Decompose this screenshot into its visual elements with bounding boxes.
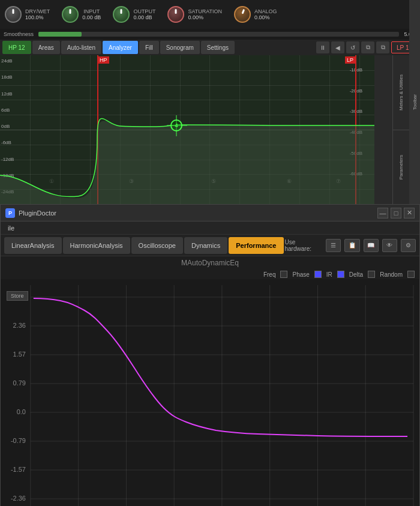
tab-hp12[interactable]: HP 12: [2, 41, 31, 54]
phase-label: Phase: [292, 271, 309, 278]
tab-performance[interactable]: Performance: [229, 237, 283, 254]
close-button[interactable]: ✕: [404, 208, 415, 218]
back-button[interactable]: ◀: [331, 41, 344, 53]
svg-text:-1.57: -1.57: [11, 466, 26, 473]
parameters-panel[interactable]: Parameters: [392, 130, 409, 205]
svg-text:0.79: 0.79: [13, 379, 26, 387]
tab-dynamics[interactable]: Dynamics: [184, 237, 227, 254]
paste-button[interactable]: ⧉: [376, 41, 389, 53]
right-toolbar: Toolbar: [409, 0, 420, 204]
saturation-value: 0.00%: [188, 14, 222, 20]
eq-node-5[interactable]: ⑤: [211, 178, 216, 184]
svg-text:1.57: 1.57: [13, 351, 26, 358]
menu-bar: ile: [1, 221, 419, 235]
analysis-tabs-bar: LinearAnalysis HarmonicAnalysis Oscillos…: [1, 235, 419, 256]
hw-btn-4[interactable]: 👁: [382, 239, 397, 252]
meters-utilities-panel[interactable]: Meters & Utilities: [392, 55, 409, 130]
svg-text:2.36: 2.36: [13, 322, 26, 329]
dry-wet-label: DRY/WET: [25, 8, 50, 14]
saturation-group: SATURATION 0.00%: [167, 6, 222, 23]
freq-label: Freq: [263, 271, 276, 278]
dry-wet-group: DRY/WET 100.0%: [5, 6, 50, 23]
analysis-toolbar-right: Use hardware: ☰ 📋 📖 👁 ⚙: [285, 239, 416, 252]
ir-label: IR: [326, 271, 332, 278]
random-checkbox[interactable]: [407, 271, 415, 278]
minimize-button[interactable]: —: [377, 208, 388, 218]
pause-button[interactable]: ⏸: [316, 41, 329, 53]
tab-sonogram[interactable]: Sonogram: [160, 41, 200, 54]
random-label: Random: [380, 271, 403, 278]
output-value: 0.00 dB: [133, 14, 155, 20]
delta-checkbox[interactable]: [368, 271, 375, 278]
output-group: OUTPUT 0.00 dB: [113, 6, 155, 23]
toolbar-label: Toolbar: [412, 94, 418, 110]
knob-bar: DRY/WET 100.0% INPUT 0.00 dB OUTPUT 0.00…: [0, 0, 420, 29]
meters-utilities-label: Meters & Utilities: [398, 74, 404, 110]
saturation-label: SATURATION: [188, 8, 222, 14]
eq-tabs: HP 12 Areas Auto-listen Analyzer Fill So…: [0, 40, 420, 55]
copy-button[interactable]: ⧉: [361, 41, 374, 53]
analog-value: 0.00%: [254, 14, 277, 20]
input-value: 0.00 dB: [82, 14, 101, 20]
reset-button[interactable]: ↺: [346, 41, 359, 53]
use-hardware-label: Use hardware:: [285, 239, 323, 252]
tab-fill[interactable]: Fill: [139, 41, 159, 54]
tab-harmonic-analysis[interactable]: HarmonicAnalysis: [63, 237, 130, 254]
hw-btn-1[interactable]: ☰: [326, 239, 341, 252]
window-titlebar: P PluginDoctor — □ ✕: [1, 205, 419, 221]
eq-node-4[interactable]: 4: [170, 119, 182, 131]
eq-node-7[interactable]: ⑦: [336, 178, 341, 184]
right-panels: Meters & Utilities Parameters: [392, 55, 409, 204]
svg-text:0.0: 0.0: [17, 408, 26, 415]
input-label: INPUT: [82, 8, 101, 14]
input-group: INPUT 0.00 dB: [62, 6, 101, 23]
top-plugin: DRY/WET 100.0% INPUT 0.00 dB OUTPUT 0.00…: [0, 0, 420, 204]
window-icon: P: [5, 208, 15, 218]
saturation-knob[interactable]: [167, 6, 184, 23]
dry-wet-value: 100.0%: [25, 14, 50, 20]
tab-linear-analysis[interactable]: LinearAnalysis: [4, 237, 62, 254]
eq-canvas[interactable]: 24dB 18dB 12dB 6dB 0dB -6dB -12dB -18dB …: [0, 55, 374, 204]
tab-analyzer[interactable]: Analyzer: [103, 41, 138, 54]
phase-checkbox[interactable]: [314, 271, 322, 278]
tab-oscilloscope[interactable]: Oscilloscope: [131, 237, 183, 254]
freq-checkbox[interactable]: [280, 271, 287, 278]
options-row: Freq Phase IR Delta Random: [1, 270, 419, 279]
window-title: PluginDoctor: [19, 209, 377, 217]
hw-btn-2[interactable]: 📋: [344, 239, 359, 252]
maximize-button[interactable]: □: [391, 208, 401, 218]
svg-text:-2.36: -2.36: [11, 495, 26, 502]
smoothness-fill: [38, 32, 82, 37]
eq-curve: [0, 55, 374, 204]
smoothness-bar[interactable]: Smoothness 5.0%: [0, 29, 420, 40]
plugin-doctor-window: P PluginDoctor — □ ✕ ile LinearAnalysis …: [0, 204, 420, 506]
dry-wet-knob[interactable]: [5, 6, 22, 23]
eq-node-3[interactable]: ③: [129, 178, 134, 184]
analog-knob[interactable]: [234, 6, 251, 23]
smoothness-label: Smoothness: [4, 31, 34, 37]
ir-checkbox[interactable]: [337, 271, 344, 278]
hw-btn-5[interactable]: ⚙: [401, 239, 416, 252]
tab-areas[interactable]: Areas: [32, 41, 60, 54]
tab-autolisten[interactable]: Auto-listen: [61, 41, 101, 54]
smoothness-track[interactable]: [38, 32, 399, 37]
analog-group: ANALOG 0.00%: [234, 6, 277, 23]
store-button[interactable]: Store: [7, 291, 28, 301]
input-knob[interactable]: [62, 6, 79, 23]
output-knob[interactable]: [113, 6, 130, 23]
eq-node-6[interactable]: ⑥: [287, 178, 292, 184]
hw-btn-3[interactable]: 📖: [364, 239, 379, 252]
eq-node-1[interactable]: ①: [49, 178, 54, 184]
window-controls: — □ ✕: [377, 208, 415, 218]
delta-label: Delta: [349, 271, 363, 278]
chart-title: MAutoDynamicEq: [1, 256, 419, 270]
output-label: OUTPUT: [133, 8, 155, 14]
performance-chart: 3.14 2.36 1.57 0.79 0.0 -0.79 -1.57 -2.3…: [1, 279, 419, 506]
analog-label: ANALOG: [254, 8, 277, 14]
eq-toolbar-right: ⏸ ◀ ↺ ⧉ ⧉ LP 12: [316, 41, 418, 53]
chart-area: 3.14 2.36 1.57 0.79 0.0 -0.79 -1.57 -2.3…: [1, 279, 419, 506]
svg-rect-2: [1, 279, 419, 506]
tab-settings[interactable]: Settings: [201, 41, 235, 54]
menu-file[interactable]: ile: [3, 221, 19, 234]
parameters-label: Parameters: [398, 155, 404, 179]
